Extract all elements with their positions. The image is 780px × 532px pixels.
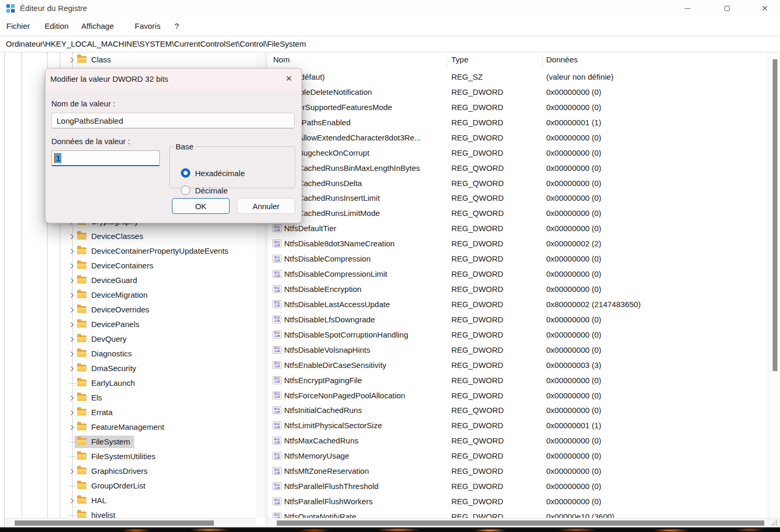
chevron-right-icon[interactable] (68, 469, 73, 474)
registry-value-row[interactable]: NtfsCachedRunsLimitMode REG_QWORD 0x0000… (267, 205, 767, 221)
registry-value-row[interactable]: NtfsDisableEncryption REG_DWORD 0x000000… (267, 281, 767, 297)
registry-value-row[interactable]: NtfsMftZoneReservation REG_DWORD 0x00000… (267, 463, 767, 479)
value-name-field[interactable]: LongPathsEnabled (51, 113, 295, 128)
tree-item[interactable]: DevicePanels (5, 317, 256, 332)
dialog-close-button[interactable]: ✕ (283, 74, 295, 83)
chevron-right-icon[interactable] (68, 292, 73, 298)
maximize-button[interactable] (715, 0, 739, 17)
registry-value-row[interactable]: NtfsInitialCachedRuns REG_QWORD 0x000000… (267, 403, 767, 418)
close-button[interactable]: ✕ (753, 0, 777, 17)
chevron-right-icon[interactable] (68, 278, 73, 283)
tree-item[interactable]: DeviceClasses (5, 229, 256, 244)
registry-value-row[interactable]: NtfsEnableDirCaseSensitivity REG_DWORD 0… (267, 357, 767, 373)
tree-horizontal-scrollbar-thumb[interactable] (15, 520, 214, 526)
chevron-right-icon[interactable] (68, 410, 73, 415)
chevron-right-icon[interactable] (68, 366, 73, 371)
column-header-nom[interactable]: Nom (273, 55, 290, 64)
list-vertical-scrollbar[interactable] (768, 52, 780, 527)
value-data-input[interactable]: 1 (51, 150, 160, 166)
registry-value-row[interactable]: NtfsAllowExtendedCharacter8dot3Re... REG… (267, 130, 767, 145)
registry-value-row[interactable]: LongPathsEnabled REG_DWORD 0x00000001 (1… (267, 115, 767, 130)
column-separator[interactable] (542, 55, 543, 68)
radio-checked-icon[interactable] (181, 168, 190, 178)
tree-item[interactable]: DeviceContainers (5, 258, 256, 273)
tree-item[interactable]: HAL (5, 493, 256, 508)
tree-item[interactable]: Diagnostics (5, 346, 256, 361)
column-header-donnees[interactable]: Données (546, 55, 578, 64)
menu-fichier[interactable]: Fichier (6, 21, 30, 30)
list-horizontal-scrollbar-thumb[interactable] (277, 520, 764, 526)
tree-item[interactable]: DeviceGuard (5, 273, 256, 288)
resize-grip[interactable] (768, 518, 780, 527)
chevron-right-icon[interactable] (68, 234, 73, 239)
tree-item[interactable]: Class (5, 52, 256, 67)
registry-value-row[interactable]: NtfsLimitPhysicalSectorSize REG_DWORD 0x… (267, 418, 767, 433)
registry-value-row[interactable]: NtfsDisableCompression REG_DWORD 0x00000… (267, 251, 767, 266)
menu-favoris[interactable]: Favoris (135, 21, 160, 30)
ok-button[interactable]: OK (172, 198, 230, 214)
menu-edition[interactable]: Edition (45, 21, 69, 30)
tree-item[interactable]: DeviceContainerPropertyUpdateEvents (5, 244, 256, 258)
tree-item[interactable]: FileSystem (5, 435, 256, 449)
registry-value-row[interactable]: NtfsParallelFlushWorkers REG_DWORD 0x000… (267, 494, 767, 509)
tree-item[interactable]: hivelist (5, 508, 256, 518)
dialog-titlebar[interactable]: Modifier la valeur DWORD 32 bits ✕ (46, 69, 301, 91)
radio-decimal[interactable]: Décimale (181, 186, 228, 195)
tree-item[interactable]: GraphicsDrivers (5, 464, 256, 479)
registry-value-row[interactable]: NtfsEncryptPagingFile REG_DWORD 0x000000… (267, 373, 767, 388)
column-separator[interactable] (447, 55, 447, 68)
tree-item[interactable]: DmaSecurity (5, 361, 256, 376)
dword-value-icon (273, 361, 281, 369)
registry-value-row[interactable]: NtfsMemoryUsage REG_DWORD 0x00000000 (0) (267, 448, 767, 463)
tree-item[interactable]: EarlyLaunch (5, 376, 256, 390)
registry-value-row[interactable]: NtfsCachedRunsInsertLimit REG_QWORD 0x00… (267, 190, 767, 205)
tree-item[interactable]: FileSystemUtilities (5, 449, 256, 464)
registry-value-row[interactable]: NtfsForceNonPagedPoolAllocation REG_DWOR… (267, 388, 767, 403)
tree-item[interactable]: Els (5, 390, 256, 405)
tree-item[interactable]: DevQuery (5, 332, 256, 346)
registry-value-row[interactable]: NtfsDisableSpotCorruptionHandling REG_DW… (267, 327, 767, 342)
tree-item[interactable]: Errata (5, 405, 256, 420)
cancel-button[interactable]: Annuler (237, 198, 295, 214)
chevron-right-icon[interactable] (68, 498, 73, 503)
registry-value-row[interactable]: NtfsDisableLfsDowngrade REG_DWORD 0x0000… (267, 312, 767, 327)
tree-item[interactable]: GroupOrderList (5, 479, 256, 493)
tree-horizontal-scrollbar[interactable] (5, 518, 256, 527)
tree-item[interactable]: DeviceMigration (5, 288, 256, 302)
chevron-right-icon[interactable] (68, 248, 73, 254)
registry-value-row[interactable]: NtfsBugcheckOnCorrupt REG_DWORD 0x000000… (267, 145, 767, 160)
window-titlebar[interactable]: Éditeur du Registre ✕ (0, 0, 780, 17)
registry-value-row[interactable]: NtfsCachedRunsBinMaxLengthInBytes REG_QW… (267, 160, 767, 176)
chevron-right-icon[interactable] (68, 351, 73, 356)
tree-item[interactable]: FeatureManagement (5, 420, 256, 435)
registry-value-row[interactable]: NtfsDisableVolsnapHints REG_DWORD 0x0000… (267, 342, 767, 357)
chevron-right-icon[interactable] (68, 322, 73, 327)
column-header-type[interactable]: Type (451, 55, 469, 64)
menu-affichage[interactable]: Affichage (81, 21, 114, 30)
registry-value-row[interactable]: (par défaut) REG_SZ (valeur non définie) (267, 69, 767, 84)
registry-value-row[interactable]: NtfsQuotaNotifyRate REG_DWORD 0x00000e10… (267, 509, 767, 518)
chevron-right-icon[interactable] (68, 263, 73, 268)
chevron-right-icon[interactable] (68, 425, 73, 430)
tree-item[interactable]: DeviceOverrides (5, 302, 256, 317)
address-bar[interactable]: Ordinateur\HKEY_LOCAL_MACHINE\SYSTEM\Cur… (0, 36, 780, 52)
registry-value-row[interactable]: NtfsDisableCompressionLimit REG_DWORD 0x… (267, 266, 767, 281)
chevron-right-icon[interactable] (68, 307, 73, 312)
registry-value-row[interactable]: NtfsDefaultTier REG_DWORD 0x00000000 (0) (267, 221, 767, 236)
chevron-right-icon[interactable] (68, 336, 73, 342)
list-horizontal-scrollbar[interactable] (267, 518, 768, 527)
radio-hexadecimal[interactable]: Hexadécimale (181, 168, 245, 178)
chevron-right-icon[interactable] (68, 57, 73, 62)
registry-value-row[interactable]: NtfsCachedRunsDelta REG_QWORD 0x00000000… (267, 176, 767, 191)
registry-value-row[interactable]: NtfsDisable8dot3NameCreation REG_DWORD 0… (267, 236, 767, 251)
registry-value-row[interactable]: NtfsMaxCachedRuns REG_QWORD 0x00000000 (… (267, 433, 767, 448)
chevron-right-icon[interactable] (68, 395, 73, 400)
registry-value-row[interactable]: NtfsDisableLastAccessUpdate REG_DWORD 0x… (267, 297, 767, 312)
list-vertical-scrollbar-thumb[interactable] (773, 59, 777, 371)
menu-aide[interactable]: ? (175, 21, 179, 30)
radio-unchecked-icon[interactable] (181, 186, 190, 195)
minimize-button[interactable] (675, 0, 699, 17)
registry-value-row[interactable]: DriverSupportedFeaturesMode REG_DWORD 0x… (267, 100, 767, 115)
registry-value-row[interactable]: NtfsParallelFlushThreshold REG_DWORD 0x0… (267, 479, 767, 494)
registry-value-row[interactable]: DisableDeleteNotification REG_DWORD 0x00… (267, 84, 767, 100)
